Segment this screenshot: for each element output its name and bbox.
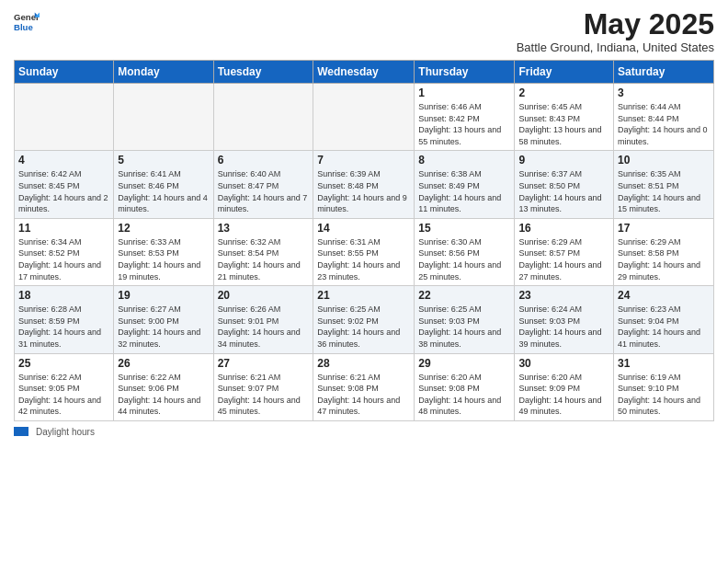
day-info: Sunrise: 6:44 AMSunset: 8:44 PMDaylight:…	[618, 101, 710, 147]
day-info: Sunrise: 6:29 AMSunset: 8:58 PMDaylight:…	[618, 236, 710, 282]
calendar-cell	[213, 84, 313, 151]
calendar-cell: 15Sunrise: 6:30 AMSunset: 8:56 PMDayligh…	[415, 218, 515, 285]
calendar-week-row: 11Sunrise: 6:34 AMSunset: 8:52 PMDayligh…	[15, 218, 714, 285]
day-info: Sunrise: 6:23 AMSunset: 9:04 PMDaylight:…	[618, 304, 710, 350]
day-info: Sunrise: 6:21 AMSunset: 9:08 PMDaylight:…	[317, 372, 410, 418]
calendar-week-row: 4Sunrise: 6:42 AMSunset: 8:45 PMDaylight…	[15, 151, 714, 218]
calendar-cell: 10Sunrise: 6:35 AMSunset: 8:51 PMDayligh…	[614, 151, 714, 218]
calendar-header-monday: Monday	[114, 61, 213, 84]
daylight-swatch	[14, 427, 28, 436]
calendar-cell: 8Sunrise: 6:38 AMSunset: 8:49 PMDaylight…	[415, 151, 515, 218]
calendar-cell: 13Sunrise: 6:32 AMSunset: 8:54 PMDayligh…	[213, 218, 313, 285]
day-number: 14	[317, 222, 410, 235]
calendar-header-saturday: Saturday	[614, 61, 714, 84]
day-number: 24	[618, 289, 710, 302]
calendar-header-wednesday: Wednesday	[313, 61, 415, 84]
day-number: 26	[118, 357, 209, 370]
day-number: 6	[218, 154, 310, 167]
day-info: Sunrise: 6:27 AMSunset: 9:00 PMDaylight:…	[118, 304, 209, 350]
day-number: 21	[317, 289, 410, 302]
calendar-cell: 12Sunrise: 6:33 AMSunset: 8:53 PMDayligh…	[114, 218, 213, 285]
month-title: May 2025	[517, 9, 714, 39]
day-info: Sunrise: 6:28 AMSunset: 8:59 PMDaylight:…	[18, 304, 109, 350]
day-number: 3	[618, 86, 710, 99]
daylight-label: Daylight hours	[36, 427, 95, 437]
day-number: 17	[618, 222, 710, 235]
day-number: 19	[118, 289, 209, 302]
calendar-cell: 9Sunrise: 6:37 AMSunset: 8:50 PMDaylight…	[515, 151, 614, 218]
day-info: Sunrise: 6:38 AMSunset: 8:49 PMDaylight:…	[418, 168, 510, 214]
day-info: Sunrise: 6:21 AMSunset: 9:07 PMDaylight:…	[218, 372, 310, 418]
calendar-week-row: 25Sunrise: 6:22 AMSunset: 9:05 PMDayligh…	[15, 353, 714, 420]
day-number: 18	[18, 289, 109, 302]
day-info: Sunrise: 6:31 AMSunset: 8:55 PMDaylight:…	[317, 236, 410, 282]
day-number: 5	[118, 154, 209, 167]
day-number: 28	[317, 357, 410, 370]
day-info: Sunrise: 6:22 AMSunset: 9:05 PMDaylight:…	[18, 372, 109, 418]
calendar-cell: 18Sunrise: 6:28 AMSunset: 8:59 PMDayligh…	[15, 286, 114, 353]
day-number: 12	[118, 222, 209, 235]
calendar-cell: 22Sunrise: 6:25 AMSunset: 9:03 PMDayligh…	[415, 286, 515, 353]
calendar-cell: 5Sunrise: 6:41 AMSunset: 8:46 PMDaylight…	[114, 151, 213, 218]
calendar-cell: 3Sunrise: 6:44 AMSunset: 8:44 PMDaylight…	[614, 84, 714, 151]
day-info: Sunrise: 6:26 AMSunset: 9:01 PMDaylight:…	[218, 304, 310, 350]
day-number: 25	[18, 357, 109, 370]
subtitle: Battle Ground, Indiana, United States	[517, 40, 714, 54]
day-info: Sunrise: 6:33 AMSunset: 8:53 PMDaylight:…	[118, 236, 209, 282]
calendar-header-friday: Friday	[515, 61, 614, 84]
footer: Daylight hours	[14, 427, 714, 437]
calendar-cell	[15, 84, 114, 151]
calendar-cell: 30Sunrise: 6:20 AMSunset: 9:09 PMDayligh…	[515, 353, 614, 420]
calendar-cell: 24Sunrise: 6:23 AMSunset: 9:04 PMDayligh…	[614, 286, 714, 353]
day-number: 11	[18, 222, 109, 235]
calendar-table: SundayMondayTuesdayWednesdayThursdayFrid…	[14, 60, 714, 421]
calendar-cell: 7Sunrise: 6:39 AMSunset: 8:48 PMDaylight…	[313, 151, 415, 218]
calendar-cell	[313, 84, 415, 151]
day-info: Sunrise: 6:20 AMSunset: 9:09 PMDaylight:…	[518, 372, 609, 418]
day-info: Sunrise: 6:24 AMSunset: 9:03 PMDaylight:…	[518, 304, 609, 350]
day-number: 23	[518, 289, 609, 302]
day-info: Sunrise: 6:41 AMSunset: 8:46 PMDaylight:…	[118, 168, 209, 214]
day-info: Sunrise: 6:19 AMSunset: 9:10 PMDaylight:…	[618, 372, 710, 418]
day-number: 4	[18, 154, 109, 167]
calendar-cell: 20Sunrise: 6:26 AMSunset: 9:01 PMDayligh…	[213, 286, 313, 353]
calendar-cell: 28Sunrise: 6:21 AMSunset: 9:08 PMDayligh…	[313, 353, 415, 420]
logo: General Blue	[14, 9, 40, 35]
calendar-cell: 4Sunrise: 6:42 AMSunset: 8:45 PMDaylight…	[15, 151, 114, 218]
day-info: Sunrise: 6:46 AMSunset: 8:42 PMDaylight:…	[418, 101, 510, 147]
day-info: Sunrise: 6:37 AMSunset: 8:50 PMDaylight:…	[518, 168, 609, 214]
title-block: May 2025 Battle Ground, Indiana, United …	[517, 9, 714, 54]
day-number: 9	[518, 154, 609, 167]
day-number: 22	[418, 289, 510, 302]
day-info: Sunrise: 6:40 AMSunset: 8:47 PMDaylight:…	[218, 168, 310, 214]
day-info: Sunrise: 6:35 AMSunset: 8:51 PMDaylight:…	[618, 168, 710, 214]
day-number: 20	[218, 289, 310, 302]
calendar-header-thursday: Thursday	[415, 61, 515, 84]
calendar-cell: 19Sunrise: 6:27 AMSunset: 9:00 PMDayligh…	[114, 286, 213, 353]
calendar-cell: 6Sunrise: 6:40 AMSunset: 8:47 PMDaylight…	[213, 151, 313, 218]
header: General Blue May 2025 Battle Ground, Ind…	[14, 9, 714, 54]
day-info: Sunrise: 6:22 AMSunset: 9:06 PMDaylight:…	[118, 372, 209, 418]
day-info: Sunrise: 6:32 AMSunset: 8:54 PMDaylight:…	[218, 236, 310, 282]
day-number: 30	[518, 357, 609, 370]
day-number: 2	[518, 86, 609, 99]
day-number: 1	[418, 86, 510, 99]
day-number: 10	[618, 154, 710, 167]
calendar-cell: 21Sunrise: 6:25 AMSunset: 9:02 PMDayligh…	[313, 286, 415, 353]
day-info: Sunrise: 6:42 AMSunset: 8:45 PMDaylight:…	[18, 168, 109, 214]
calendar-header-sunday: Sunday	[15, 61, 114, 84]
day-number: 31	[618, 357, 710, 370]
calendar-cell: 26Sunrise: 6:22 AMSunset: 9:06 PMDayligh…	[114, 353, 213, 420]
calendar-cell: 16Sunrise: 6:29 AMSunset: 8:57 PMDayligh…	[515, 218, 614, 285]
calendar-cell	[114, 84, 213, 151]
calendar-cell: 25Sunrise: 6:22 AMSunset: 9:05 PMDayligh…	[15, 353, 114, 420]
day-number: 29	[418, 357, 510, 370]
calendar-cell: 17Sunrise: 6:29 AMSunset: 8:58 PMDayligh…	[614, 218, 714, 285]
calendar-cell: 2Sunrise: 6:45 AMSunset: 8:43 PMDaylight…	[515, 84, 614, 151]
calendar-week-row: 18Sunrise: 6:28 AMSunset: 8:59 PMDayligh…	[15, 286, 714, 353]
calendar-cell: 23Sunrise: 6:24 AMSunset: 9:03 PMDayligh…	[515, 286, 614, 353]
day-info: Sunrise: 6:25 AMSunset: 9:03 PMDaylight:…	[418, 304, 510, 350]
day-info: Sunrise: 6:25 AMSunset: 9:02 PMDaylight:…	[317, 304, 410, 350]
day-info: Sunrise: 6:20 AMSunset: 9:08 PMDaylight:…	[418, 372, 510, 418]
day-info: Sunrise: 6:29 AMSunset: 8:57 PMDaylight:…	[518, 236, 609, 282]
